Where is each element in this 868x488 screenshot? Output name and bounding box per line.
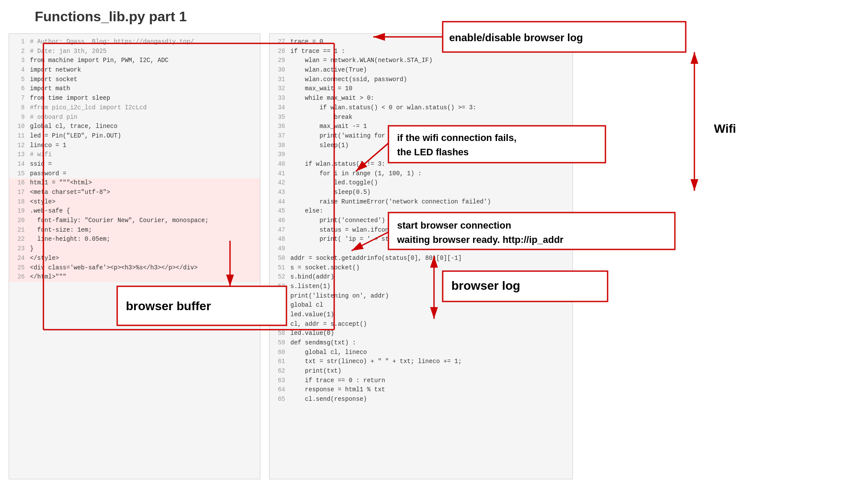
right-code-line-54: 54print('listening on', addr) xyxy=(270,291,572,301)
right-code-line-63: 63 if trace == 0 : return xyxy=(270,376,572,386)
left-code-line-11: 11led = Pin("LED", Pin.OUT) xyxy=(9,131,260,141)
right-code-line-48: 48 print( 'ip = ' + status[0] ) xyxy=(270,235,572,244)
content-area: 1# Author: Dgass Blog: https://dangasdiy… xyxy=(9,33,859,479)
right-code-line-55: 55global cl xyxy=(270,301,572,310)
right-code-line-40: 40 if wlan.status() != 3: xyxy=(270,160,572,169)
right-code-line-31: 31 wlan.connect(ssid, password) xyxy=(270,75,572,85)
right-code-line-37: 37 print('waiting for connection...') xyxy=(270,131,572,141)
left-code-line-2: 2# Date: jan 3th, 2025 xyxy=(9,47,260,56)
right-code-line-49: 49 xyxy=(270,244,572,254)
right-code-line-60: 60 global cl, lineco xyxy=(270,348,572,357)
right-code-line-64: 64 response = html1 % txt xyxy=(270,385,572,395)
right-code-line-28: 28if trace == 1 : xyxy=(270,47,572,56)
page-title: Functions_lib.py part 1 xyxy=(35,9,859,25)
right-code-line-43: 43 sleep(0.5) xyxy=(270,188,572,197)
left-code-line-12: 12lineco = 1 xyxy=(9,141,260,151)
right-code-line-39: 39 xyxy=(270,150,572,160)
right-code-line-59: 59def sendmsg(txt) : xyxy=(270,338,572,348)
right-code-line-29: 29 wlan = network.WLAN(network.STA_IF) xyxy=(270,56,572,66)
left-code-line-4: 4import network xyxy=(9,66,260,75)
left-code-line-25: 25<div class='web-safe'><p><h3>%s</h3></… xyxy=(9,263,260,273)
left-code-line-7: 7from time import sleep xyxy=(9,94,260,103)
right-code-line-57: 57cl, addr = s.accept() xyxy=(270,320,572,329)
right-code-line-33: 33 while max_wait > 0: xyxy=(270,94,572,103)
page-container: Functions_lib.py part 1 1# Author: Dgass… xyxy=(0,0,868,488)
left-code-line-17: 17<meta charset="utf-8"> xyxy=(9,188,260,197)
right-code-line-65: 65 cl.send(response) xyxy=(270,395,572,404)
left-code-line-13: 13# wifi xyxy=(9,150,260,160)
right-code-line-32: 32 max_wait = 10 xyxy=(270,84,572,94)
right-code-line-27: 27trace = 0 xyxy=(270,37,572,47)
left-code-line-21: 21 font-size: 1em; xyxy=(9,226,260,235)
right-code-line-62: 62 print(txt) xyxy=(270,367,572,376)
right-code-line-52: 52s.bind(addr) xyxy=(270,272,572,282)
left-code-line-20: 20 font-family: "Courier New", Courier, … xyxy=(9,216,260,226)
right-code-line-53: 53s.listen(1) xyxy=(270,282,572,291)
right-code-line-45: 45 else: xyxy=(270,206,572,216)
left-code-line-6: 6import math xyxy=(9,84,260,94)
left-code-line-22: 22 line-height: 0.05em; xyxy=(9,235,260,244)
left-code-panel: 1# Author: Dgass Blog: https://dangasdiy… xyxy=(9,33,260,479)
left-code-line-19: 19.web-safe { xyxy=(9,206,260,216)
right-code-line-51: 51s = socket.socket() xyxy=(270,263,572,273)
right-code-line-42: 42 led.toggle() xyxy=(270,178,572,188)
right-code-line-36: 36 max_wait -= 1 xyxy=(270,122,572,131)
right-code-line-50: 50addr = socket.getaddrinfo(status[0], 8… xyxy=(270,254,572,263)
left-code-line-8: 8#from pico_i2c_lcd import I2cLcd xyxy=(9,103,260,113)
right-code-line-35: 35 break xyxy=(270,113,572,122)
right-code-line-44: 44 raise RuntimeError('network connectio… xyxy=(270,197,572,207)
left-code-line-1: 1# Author: Dgass Blog: https://dangasdiy… xyxy=(9,37,260,47)
left-code-line-16: 16html1 = """<html> xyxy=(9,178,260,188)
right-code-line-61: 61 txt = str(lineco) + " " + txt; lineco… xyxy=(270,357,572,367)
right-code-line-38: 38 sleep(1) xyxy=(270,141,572,151)
right-code-line-47: 47 status = wlan.ifconfig() xyxy=(270,226,572,235)
left-code-line-10: 10global cl, trace, lineco xyxy=(9,122,260,131)
left-code-line-23: 23} xyxy=(9,244,260,254)
left-code-line-5: 5import socket xyxy=(9,75,260,85)
left-code-line-3: 3from machine import Pin, PWM, I2C, ADC xyxy=(9,56,260,66)
left-code-line-18: 18<style> xyxy=(9,197,260,207)
right-code-line-46: 46 print('connected') xyxy=(270,216,572,226)
left-code-line-26: 26</html>""" xyxy=(9,272,260,282)
right-code-line-34: 34 if wlan.status() < 0 or wlan.status()… xyxy=(270,103,572,113)
right-code-panel: 27trace = 028if trace == 1 :29 wlan = ne… xyxy=(269,33,573,479)
left-code-line-14: 14ssid = xyxy=(9,160,260,169)
right-code-line-41: 41 for i in range (1, 100, 1) : xyxy=(270,169,572,179)
left-code-line-15: 15password = xyxy=(9,169,260,179)
left-code-line-9: 9# onboard pin xyxy=(9,113,260,122)
right-code-line-56: 56led.value(1) xyxy=(270,310,572,320)
right-code-line-30: 30 wlan.active(True) xyxy=(270,66,572,75)
right-code-line-58: 58led.value(0) xyxy=(270,329,572,338)
left-code-line-24: 24</style> xyxy=(9,254,260,263)
